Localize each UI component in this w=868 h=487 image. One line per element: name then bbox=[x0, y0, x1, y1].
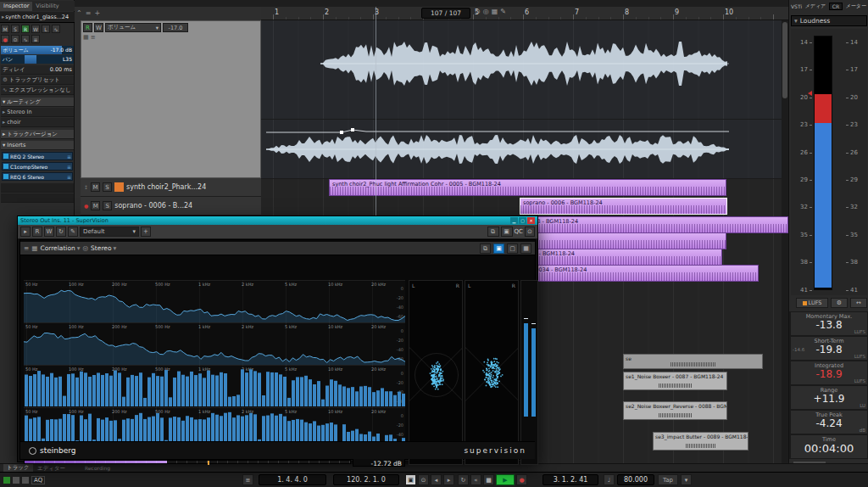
tab-cr[interactable]: CR bbox=[829, 3, 843, 10]
audio-event[interactable]: 0033 - BGM118-24 bbox=[523, 216, 788, 233]
punch-out-icon[interactable]: ⊙ bbox=[418, 474, 429, 485]
aq-badge[interactable]: AQ bbox=[31, 476, 45, 484]
filter-icon[interactable]: ≡ bbox=[86, 9, 92, 17]
target-icon[interactable]: ⊙ bbox=[475, 8, 481, 15]
zoom-icon[interactable]: ◎ bbox=[483, 8, 489, 15]
loudness-section-header[interactable]: ▾ Loudness bbox=[791, 15, 867, 26]
ruler-bar-number[interactable]: 1 bbox=[275, 8, 279, 16]
ruler-bar-number[interactable]: 9 bbox=[675, 8, 679, 16]
insert-menu-icon[interactable]: ≡ bbox=[67, 154, 71, 160]
snapshot-icon[interactable]: ⧉ bbox=[487, 227, 499, 237]
ruler-bar-number[interactable]: 7 bbox=[575, 8, 579, 16]
tab-meter[interactable]: メーター bbox=[846, 3, 866, 10]
tab-inspector[interactable]: Inspector bbox=[0, 2, 32, 11]
write-button[interactable]: W bbox=[31, 25, 40, 33]
volume-slider[interactable]: ボリューム -17.0 dB bbox=[1, 46, 74, 54]
trackversions-section-header[interactable]: ▸ トラックバージョン bbox=[1, 130, 74, 139]
position-display[interactable]: 1. 4. 4. 0 bbox=[259, 474, 326, 485]
punch-in-icon[interactable]: ▣ bbox=[405, 474, 416, 485]
tab-vsti[interactable]: VSTi bbox=[791, 3, 802, 9]
selected-track-header[interactable]: R W ボリューム ▾ -17.0 ▦ ≡ bbox=[81, 20, 261, 178]
timeline-ruler[interactable]: 12345678910 bbox=[261, 7, 788, 20]
tempo-display[interactable]: 80.000 bbox=[617, 474, 654, 485]
automation-value[interactable]: -17.0 bbox=[163, 23, 188, 32]
audio-event-se2[interactable]: se2_Noise Boxeer_Reverse - 0088 - BGM118 bbox=[623, 401, 727, 420]
selected-track-title[interactable]: ▸ synth choir1_glass...24 bbox=[0, 12, 75, 23]
scrollbar-thumb[interactable] bbox=[782, 22, 787, 98]
cycle-icon[interactable]: ↻ bbox=[458, 474, 469, 485]
input-routing-row[interactable]: ▸ Stereo In bbox=[1, 108, 74, 117]
grid-icon[interactable]: ▦ bbox=[83, 34, 89, 41]
insert-slot-empty[interactable] bbox=[1, 183, 74, 193]
single-view-icon[interactable]: ▢ bbox=[507, 244, 518, 254]
automation-write-button[interactable]: W bbox=[94, 23, 103, 32]
ruler-bar-number[interactable]: 8 bbox=[625, 8, 629, 16]
audio-event-se1[interactable]: se1_Noise Boxeer - 0087 - BGM118-24 bbox=[623, 372, 727, 390]
audio-event-se3[interactable]: se3_impact Butter - 0089 - BGM118-24 bbox=[653, 432, 748, 451]
transport-menu-icon[interactable]: ≡ bbox=[242, 474, 253, 485]
redo-nudge-icon[interactable]: ▸ bbox=[443, 474, 454, 485]
menu-icon[interactable]: ≡ bbox=[91, 34, 96, 41]
solo-button[interactable]: S bbox=[11, 25, 19, 33]
insert-power-icon[interactable] bbox=[3, 164, 8, 169]
tab-track[interactable]: トラック bbox=[3, 464, 33, 472]
metronome-icon[interactable]: ♩ bbox=[604, 474, 615, 485]
insert-menu-icon[interactable]: ≡ bbox=[67, 164, 71, 170]
right-locator-display[interactable]: 3. 1. 2. 41 bbox=[542, 474, 598, 485]
bypass-icon[interactable]: ▸ bbox=[20, 227, 31, 237]
monitor-icon-2[interactable]: ⊙ bbox=[11, 35, 19, 43]
read-button[interactable]: R bbox=[21, 25, 30, 33]
snap-icon[interactable] bbox=[13, 477, 19, 484]
tap-tempo-button[interactable]: Tap bbox=[658, 474, 678, 485]
insert-slot-3[interactable]: REQ 6 Stereo ≡ bbox=[2, 172, 73, 181]
pencil-icon[interactable]: ✎ bbox=[68, 227, 78, 237]
split-view-icon[interactable]: ⧉ bbox=[480, 244, 491, 254]
expression-row[interactable]: ∿ エクスプレッションなし bbox=[1, 86, 74, 95]
automation-read-button[interactable]: R bbox=[83, 23, 92, 32]
ruler-bar-number[interactable]: 2 bbox=[325, 8, 329, 16]
minimize-icon[interactable]: ▁ bbox=[510, 217, 518, 224]
tab-media[interactable]: メディア bbox=[805, 3, 826, 10]
left-locator-display[interactable]: 120. 2. 1. 0 bbox=[333, 474, 399, 485]
mute-button[interactable]: M bbox=[91, 201, 100, 210]
audio-event-selected[interactable]: soprano - 0006 - BGM118-24 bbox=[520, 198, 727, 215]
insert-slot-empty[interactable] bbox=[1, 193, 74, 203]
ruler-bar-number[interactable]: 10 bbox=[725, 8, 733, 16]
listen-button[interactable]: L bbox=[42, 25, 50, 33]
plugin-title-bar[interactable]: Stereo Out Ins. 11 - SuperVision ▁ ▢ ✕ bbox=[18, 216, 537, 225]
audio-event[interactable]: synth choir2_Phuc light Affirmation Cohr… bbox=[329, 179, 726, 196]
record-enable-icon[interactable]: ● bbox=[1, 35, 9, 43]
grid-icon[interactable]: ▦ bbox=[492, 8, 498, 15]
collapse-icon[interactable]: ⌃ bbox=[76, 9, 82, 17]
meter-swap-icon[interactable]: ↔ bbox=[850, 298, 867, 308]
output-routing-row[interactable]: ▸ choir bbox=[1, 118, 74, 127]
ruler-bar-number[interactable]: 6 bbox=[525, 8, 529, 16]
qc-target-icon[interactable]: ⊙ bbox=[525, 227, 535, 237]
dual-view-icon[interactable]: ▦ bbox=[520, 244, 531, 254]
audio-event[interactable]: 007 - BGM118-24 bbox=[523, 249, 722, 266]
track-preset-row[interactable]: ⚙ トラックプリセット bbox=[1, 76, 74, 85]
lane-icon[interactable]: ≡ bbox=[31, 35, 40, 43]
maximize-icon[interactable]: ▢ bbox=[519, 217, 526, 224]
vertical-scrollbar[interactable] bbox=[782, 20, 788, 472]
module-selector-2[interactable]: Stereo ▾ bbox=[91, 244, 116, 252]
audio-event-se[interactable]: se bbox=[623, 354, 763, 369]
rewind-icon[interactable]: « bbox=[470, 474, 481, 485]
freeze-icon[interactable]: ∿ bbox=[21, 35, 30, 43]
solo-button[interactable]: S bbox=[103, 182, 112, 192]
record-dot-icon[interactable]: ● bbox=[84, 203, 88, 209]
insert-slot-1[interactable]: REQ 2 Stereo ≡ bbox=[2, 152, 73, 160]
play-icon[interactable]: ▶ bbox=[496, 474, 515, 485]
pencil-icon[interactable]: ✎ bbox=[500, 8, 506, 15]
compare-icon[interactable]: ↻ bbox=[56, 227, 66, 237]
active-view-icon[interactable]: ▣ bbox=[493, 244, 504, 254]
delay-row[interactable]: ディレイ 0.00 ms bbox=[1, 65, 74, 75]
lufs-mode-button[interactable]: LUFS bbox=[796, 298, 828, 308]
auto-scroll-icon[interactable] bbox=[3, 477, 10, 484]
module-selector-1[interactable]: Correlation ▾ bbox=[40, 244, 80, 252]
monitor-icon[interactable]: ∿ bbox=[52, 25, 60, 33]
sig-chevron-icon[interactable]: ▾ bbox=[681, 474, 692, 485]
read-button[interactable]: R bbox=[32, 227, 42, 237]
insert-menu-icon[interactable]: ≡ bbox=[67, 174, 71, 180]
mute-button[interactable]: M bbox=[91, 182, 100, 192]
